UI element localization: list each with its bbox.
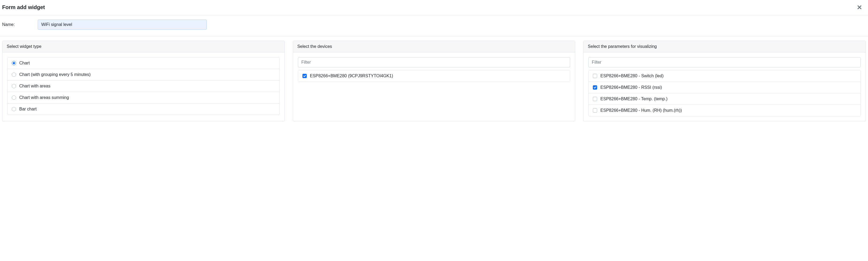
- panels-row: Select widget type Chart Chart (with gro…: [0, 36, 868, 122]
- radio-icon: [12, 72, 16, 77]
- widget-type-list: Chart Chart (with grouping every 5 minut…: [7, 57, 280, 115]
- parameter-option[interactable]: ESP8266+BME280 - Hum. (RH) (hum.(rh)): [589, 105, 861, 116]
- widget-type-option[interactable]: Chart (with grouping every 5 minutes): [7, 69, 279, 80]
- widget-type-panel: Select widget type Chart Chart (with gro…: [2, 41, 285, 122]
- widget-type-option[interactable]: Chart with areas summing: [7, 92, 279, 103]
- checkbox-icon: [593, 108, 597, 112]
- name-label: Name:: [2, 22, 15, 27]
- parameter-label: ESP8266+BME280 - RSSI (rssi): [600, 85, 662, 90]
- parameter-option[interactable]: ESP8266+BME280 - Temp. (temp.): [589, 93, 861, 105]
- parameters-list: ESP8266+BME280 - Switch (led) ESP8266+BM…: [588, 70, 861, 116]
- checkbox-icon: [593, 97, 597, 101]
- devices-panel-header: Select the devices: [293, 41, 575, 53]
- name-row: Name:: [0, 15, 868, 36]
- parameters-panel: Select the parameters for visualizing ES…: [583, 41, 866, 122]
- devices-panel-body: ESP8266+BME280 (9CPJ9RSTYTOI4GK1): [293, 53, 575, 87]
- parameter-label: ESP8266+BME280 - Switch (led): [600, 73, 663, 78]
- radio-icon: [12, 84, 16, 88]
- modal-container: Form add widget ✕ Name: Select widget ty…: [0, 0, 868, 122]
- close-button[interactable]: ✕: [855, 4, 864, 11]
- parameter-label: ESP8266+BME280 - Temp. (temp.): [600, 97, 668, 101]
- device-option[interactable]: ESP8266+BME280 (9CPJ9RSTYTOI4GK1): [298, 70, 570, 81]
- widget-type-option[interactable]: Chart: [7, 58, 279, 69]
- widget-type-label: Chart with areas: [19, 84, 51, 89]
- checkbox-icon: [303, 74, 307, 78]
- widget-type-panel-header: Select widget type: [2, 41, 284, 53]
- radio-icon: [12, 107, 16, 111]
- close-icon: ✕: [857, 4, 862, 11]
- parameters-panel-header: Select the parameters for visualizing: [584, 41, 866, 53]
- name-input[interactable]: [38, 20, 207, 30]
- radio-icon: [12, 61, 16, 65]
- modal-title: Form add widget: [2, 4, 45, 10]
- parameters-filter-input[interactable]: [588, 57, 861, 67]
- devices-filter-input[interactable]: [298, 57, 570, 67]
- checkbox-icon: [593, 85, 597, 90]
- widget-type-label: Bar chart: [19, 107, 37, 111]
- widget-type-label: Chart with areas summing: [19, 95, 69, 100]
- widget-type-label: Chart: [19, 61, 30, 66]
- parameter-option[interactable]: ESP8266+BME280 - RSSI (rssi): [589, 82, 861, 93]
- parameter-option[interactable]: ESP8266+BME280 - Switch (led): [589, 70, 861, 82]
- widget-type-option[interactable]: Bar chart: [7, 103, 279, 115]
- devices-list: ESP8266+BME280 (9CPJ9RSTYTOI4GK1): [298, 70, 570, 82]
- radio-icon: [12, 95, 16, 100]
- widget-type-panel-body: Chart Chart (with grouping every 5 minut…: [2, 53, 284, 120]
- widget-type-option[interactable]: Chart with areas: [7, 80, 279, 92]
- parameters-panel-body: ESP8266+BME280 - Switch (led) ESP8266+BM…: [584, 53, 866, 121]
- checkbox-icon: [593, 74, 597, 78]
- parameter-label: ESP8266+BME280 - Hum. (RH) (hum.(rh)): [600, 108, 682, 113]
- widget-type-label: Chart (with grouping every 5 minutes): [19, 72, 91, 77]
- modal-header: Form add widget ✕: [0, 0, 868, 15]
- device-label: ESP8266+BME280 (9CPJ9RSTYTOI4GK1): [310, 73, 393, 78]
- devices-panel: Select the devices ESP8266+BME280 (9CPJ9…: [293, 41, 576, 122]
